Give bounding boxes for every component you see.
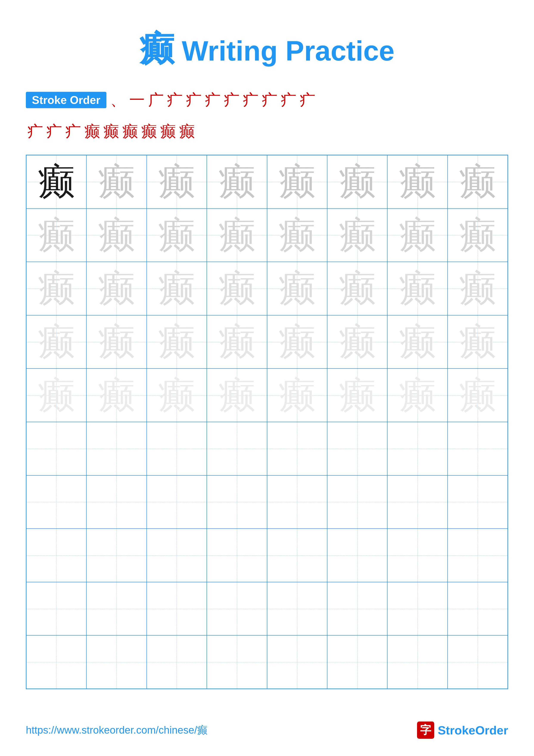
grid-cell-r4c8[interactable]: 癫 [447, 315, 508, 369]
grid-cell-r4c6[interactable]: 癫 [327, 315, 387, 369]
grid-cell-r7c5[interactable] [267, 475, 327, 529]
grid-cell-r4c5[interactable]: 癫 [267, 315, 327, 369]
grid-cell-r10c7[interactable] [387, 635, 447, 689]
grid-cell-r5c5[interactable]: 癫 [267, 368, 327, 422]
grid-cell-r1c7[interactable]: 癫 [387, 155, 447, 209]
grid-cell-r7c7[interactable] [387, 475, 447, 529]
stroke-chars-line2: 疒 疒 疒 癫 癫 癫 癫 癫 癫 [26, 121, 508, 142]
grid-cell-r9c2[interactable] [87, 582, 146, 635]
grid-cell-r1c4[interactable]: 癫 [207, 155, 267, 209]
stroke-char-9: 疒 [262, 90, 277, 110]
char-r2c5: 癫 [279, 210, 315, 260]
grid-cell-r7c4[interactable] [207, 475, 267, 529]
char-r4c5: 癫 [279, 317, 315, 366]
grid-cell-r3c3[interactable]: 癫 [147, 262, 207, 315]
char-r3c5: 癫 [279, 264, 315, 313]
grid-cell-r6c3[interactable] [147, 422, 207, 475]
grid-cell-r4c4[interactable]: 癫 [207, 315, 267, 369]
grid-cell-r10c5[interactable] [267, 635, 327, 689]
grid-cell-r7c1[interactable] [26, 475, 87, 529]
grid-cell-r2c6[interactable]: 癫 [327, 209, 387, 262]
grid-cell-r4c1[interactable]: 癫 [26, 315, 87, 369]
grid-cell-r6c8[interactable] [447, 422, 508, 475]
grid-cell-r5c3[interactable]: 癫 [147, 368, 207, 422]
grid-cell-r5c7[interactable]: 癫 [387, 368, 447, 422]
grid-cell-r5c6[interactable]: 癫 [327, 368, 387, 422]
grid-cell-r9c7[interactable] [387, 582, 447, 635]
grid-cell-r7c2[interactable] [87, 475, 146, 529]
grid-cell-r3c1[interactable]: 癫 [26, 262, 87, 315]
grid-cell-r6c6[interactable] [327, 422, 387, 475]
grid-cell-r9c1[interactable] [26, 582, 87, 635]
grid-cell-r8c8[interactable] [447, 528, 508, 582]
char-r5c5: 癫 [279, 371, 315, 420]
grid-cell-r3c4[interactable]: 癫 [207, 262, 267, 315]
stroke-char-20: 癫 [179, 121, 195, 142]
grid-cell-r10c3[interactable] [147, 635, 207, 689]
footer-logo-text: StrokeOrder [438, 723, 508, 737]
grid-cell-r5c1[interactable]: 癫 [26, 368, 87, 422]
grid-cell-r2c1[interactable]: 癫 [26, 209, 87, 262]
grid-cell-r8c3[interactable] [147, 528, 207, 582]
grid-cell-r2c7[interactable]: 癫 [387, 209, 447, 262]
char-r5c3: 癫 [158, 371, 195, 420]
grid-cell-r8c4[interactable] [207, 528, 267, 582]
grid-cell-r8c1[interactable] [26, 528, 87, 582]
grid-cell-r7c8[interactable] [447, 475, 508, 529]
grid-cell-r2c8[interactable]: 癫 [447, 209, 508, 262]
grid-cell-r7c6[interactable] [327, 475, 387, 529]
grid-cell-r6c4[interactable] [207, 422, 267, 475]
grid-cell-r8c7[interactable] [387, 528, 447, 582]
grid-cell-r3c8[interactable]: 癫 [447, 262, 508, 315]
grid-cell-r10c8[interactable] [447, 635, 508, 689]
grid-cell-r1c3[interactable]: 癫 [147, 155, 207, 209]
grid-cell-r1c1[interactable]: 癫 [26, 155, 87, 209]
grid-cell-r2c3[interactable]: 癫 [147, 209, 207, 262]
footer-logo-icon: 字 [417, 721, 434, 739]
grid-cell-r3c5[interactable]: 癫 [267, 262, 327, 315]
grid-cell-r8c2[interactable] [87, 528, 146, 582]
grid-cell-r9c8[interactable] [447, 582, 508, 635]
grid-cell-r3c7[interactable]: 癫 [387, 262, 447, 315]
grid-cell-r5c4[interactable]: 癫 [207, 368, 267, 422]
grid-cell-r4c7[interactable]: 癫 [387, 315, 447, 369]
grid-cell-r10c2[interactable] [87, 635, 146, 689]
footer-logo-stroke: Stroke [438, 723, 475, 737]
grid-cell-r6c7[interactable] [387, 422, 447, 475]
grid-cell-r10c4[interactable] [207, 635, 267, 689]
grid-cell-r6c1[interactable] [26, 422, 87, 475]
grid-cell-r1c5[interactable]: 癫 [267, 155, 327, 209]
grid-cell-r10c1[interactable] [26, 635, 87, 689]
footer-url[interactable]: https://www.strokeorder.com/chinese/癫 [26, 723, 207, 737]
char-r4c2: 癫 [98, 317, 135, 366]
grid-cell-r9c6[interactable] [327, 582, 387, 635]
grid-cell-r1c6[interactable]: 癫 [327, 155, 387, 209]
grid-cell-r8c5[interactable] [267, 528, 327, 582]
grid-cell-r2c2[interactable]: 癫 [87, 209, 146, 262]
grid-cell-r2c5[interactable]: 癫 [267, 209, 327, 262]
grid-cell-r4c3[interactable]: 癫 [147, 315, 207, 369]
grid-cell-r2c4[interactable]: 癫 [207, 209, 267, 262]
grid-cell-r1c8[interactable]: 癫 [447, 155, 508, 209]
grid-cell-r4c2[interactable]: 癫 [87, 315, 146, 369]
grid-cell-r10c6[interactable] [327, 635, 387, 689]
grid-cell-r6c5[interactable] [267, 422, 327, 475]
stroke-char-10: 疒 [281, 90, 296, 110]
footer-logo: 字 StrokeOrder [417, 721, 508, 739]
grid-cell-r9c5[interactable] [267, 582, 327, 635]
grid-cell-r7c3[interactable] [147, 475, 207, 529]
grid-cell-r5c8[interactable]: 癫 [447, 368, 508, 422]
char-r5c7: 癫 [399, 371, 436, 420]
char-r1c8: 癫 [459, 157, 496, 206]
grid-cell-r9c3[interactable] [147, 582, 207, 635]
char-r3c2: 癫 [98, 264, 135, 313]
grid-cell-r6c2[interactable] [87, 422, 146, 475]
stroke-char-11: 疒 [300, 90, 315, 110]
grid-cell-r3c2[interactable]: 癫 [87, 262, 146, 315]
grid-cell-r3c6[interactable]: 癫 [327, 262, 387, 315]
char-r1c7: 癫 [399, 157, 436, 206]
grid-cell-r5c2[interactable]: 癫 [87, 368, 146, 422]
grid-cell-r8c6[interactable] [327, 528, 387, 582]
grid-cell-r9c4[interactable] [207, 582, 267, 635]
grid-cell-r1c2[interactable]: 癫 [87, 155, 146, 209]
